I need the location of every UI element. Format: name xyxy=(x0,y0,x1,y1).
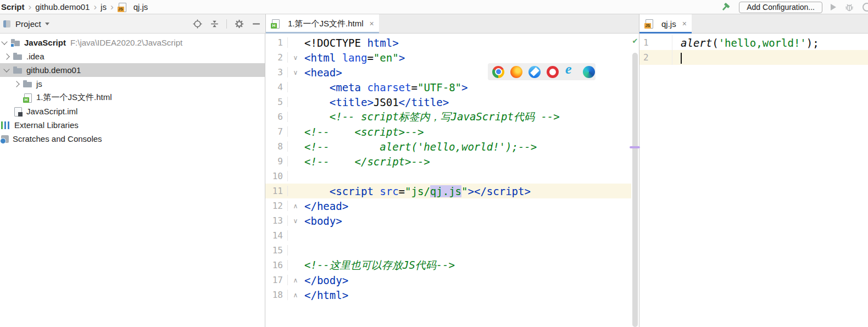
browser-preview-bar xyxy=(488,63,596,80)
opera-browser-icon[interactable] xyxy=(547,66,559,78)
fold-up-icon[interactable]: ∧ xyxy=(288,291,303,299)
editor-line-left-11: 11 <script src="js/qj.js"></script> xyxy=(265,184,631,198)
editor-right[interactable]: 1alert('hello,world!');2 xyxy=(639,34,868,327)
editor-left[interactable]: 1<!DOCTYPE html>2∨<html lang="en">3∨<hea… xyxy=(265,34,639,327)
editor-line-left-14: 14 xyxy=(265,228,631,243)
code-text[interactable] xyxy=(672,51,682,64)
tree-item-js-folder[interactable]: js xyxy=(0,77,265,91)
code-token: "UTF-8" xyxy=(418,81,461,93)
tree-item-idea-folder[interactable]: .idea xyxy=(0,49,265,63)
breadcrumb-item-script[interactable]: Script xyxy=(1,2,25,12)
line-number: 7 xyxy=(265,126,288,137)
code-text[interactable]: <!-- <script>--> xyxy=(303,126,424,138)
chevron-down-icon[interactable] xyxy=(3,66,9,72)
firefox-browser-icon[interactable] xyxy=(510,66,522,78)
line-number: 18 xyxy=(265,290,288,300)
tree-item-label: js xyxy=(36,79,42,88)
line-number: 2 xyxy=(265,52,288,63)
tree-item-html-file[interactable]: 1.第一个JS文件.html xyxy=(0,91,265,104)
fold-up-icon[interactable]: ∧ xyxy=(288,202,303,210)
tree-item-label: JavaScript.iml xyxy=(26,107,77,116)
ie-browser-icon[interactable] xyxy=(565,66,577,78)
code-text[interactable]: <!-- </script>--> xyxy=(303,156,430,168)
code-token: <html xyxy=(304,52,342,64)
code-text[interactable]: <body> xyxy=(303,215,342,227)
tab-qj-js[interactable]: qj.js xyxy=(639,14,692,33)
code-text[interactable]: <html lang="en"> xyxy=(303,52,405,64)
tree-item-github-demo01-folder[interactable]: github.demo01 xyxy=(0,63,265,77)
locate-file-icon[interactable] xyxy=(192,19,202,29)
main-area: JavaScriptF:\java\IDEA2020.2\JavaScript.… xyxy=(0,34,868,327)
coverage-icon[interactable] xyxy=(863,3,868,12)
project-root-badge xyxy=(10,43,14,47)
editor-line-left-6: 6 <!-- script标签内，写JavaScript代码 --> xyxy=(265,109,631,124)
scrollbar-thumb[interactable] xyxy=(632,53,638,327)
code-text[interactable]: <!DOCTYPE html> xyxy=(303,37,399,49)
breadcrumb-label: qj.js xyxy=(133,2,148,12)
code-text[interactable]: </html> xyxy=(303,289,348,301)
code-text[interactable]: <!--这里也可以存放JS代码--> xyxy=(303,258,455,273)
tab-html-file[interactable]: 1.第一个JS文件.html xyxy=(266,14,379,33)
inspection-ok-check-icon[interactable] xyxy=(631,37,639,45)
code-token: </head> xyxy=(304,200,348,212)
line-number: 15 xyxy=(265,245,288,256)
code-token xyxy=(304,185,330,197)
fold-up-icon[interactable]: ∧ xyxy=(288,276,303,284)
tree-item-javascript-iml[interactable]: JavaScript.iml xyxy=(0,104,265,118)
code-text[interactable]: <script src="js/qj.js"></script> xyxy=(303,185,531,197)
breadcrumb-item-qj-js[interactable]: qj.js xyxy=(118,2,148,12)
chevron-down-icon[interactable] xyxy=(45,23,49,25)
editor-line-left-13: 13∨<body> xyxy=(265,213,631,228)
project-panel-title: Project xyxy=(15,19,41,29)
project-tree-panel[interactable]: JavaScriptF:\java\IDEA2020.2\JavaScript.… xyxy=(0,34,265,327)
line-number: 11 xyxy=(265,186,288,196)
build-hammer-icon[interactable] xyxy=(721,2,731,12)
project-header-actions xyxy=(192,19,265,29)
code-token: src xyxy=(380,185,398,197)
tab-close-icon[interactable] xyxy=(682,19,687,28)
run-icon[interactable] xyxy=(831,4,836,10)
code-text[interactable]: <meta charset="UTF-8"> xyxy=(303,81,468,93)
code-text[interactable]: </head> xyxy=(303,200,348,212)
chrome-browser-icon[interactable] xyxy=(492,66,504,78)
debug-bug-icon[interactable] xyxy=(844,2,854,12)
tree-item-label: External Libraries xyxy=(14,120,79,130)
project-toolwindow-header[interactable]: Project xyxy=(0,14,265,34)
code-token: " xyxy=(461,185,468,197)
tree-item-external-libraries[interactable]: External Libraries xyxy=(0,118,265,132)
editor-scrollbar[interactable] xyxy=(631,34,639,327)
hide-panel-icon[interactable] xyxy=(251,19,261,29)
chevron-right-icon[interactable] xyxy=(13,81,19,87)
tree-item-javascript-root[interactable]: JavaScriptF:\java\IDEA2020.2\JavaScript xyxy=(0,36,265,49)
code-token: lang xyxy=(342,52,368,64)
code-token: qj.js xyxy=(430,185,461,197)
code-token: = xyxy=(367,52,373,64)
edge-browser-icon[interactable] xyxy=(583,66,595,78)
ide-window: { "colors": { "accent_blue": "#3E7BC8", … xyxy=(0,0,868,327)
tree-item-scratches-and-consoles[interactable]: Scratches and Consoles xyxy=(0,132,265,146)
editor-line-left-18: 18∧</html> xyxy=(265,287,631,302)
code-token: = xyxy=(411,81,417,93)
code-text[interactable]: </body> xyxy=(303,274,348,286)
code-text[interactable]: <!-- script标签内，写JavaScript代码 --> xyxy=(303,110,560,124)
code-token: <!-- alert('hello,world!');--> xyxy=(304,141,537,153)
fold-down-icon[interactable]: ∨ xyxy=(288,69,303,76)
code-text[interactable]: <head> xyxy=(303,66,342,79)
settings-gear-icon[interactable] xyxy=(234,19,244,29)
chevron-right-icon[interactable] xyxy=(3,53,9,59)
breadcrumb-item-js[interactable]: js xyxy=(101,2,107,12)
fold-down-icon[interactable]: ∨ xyxy=(288,54,303,62)
fold-down-icon[interactable]: ∨ xyxy=(288,217,303,225)
collapse-all-icon[interactable] xyxy=(209,19,219,29)
tab-title: 1.第一个JS文件.html xyxy=(288,19,364,29)
code-text[interactable]: <title>JS01</title> xyxy=(303,96,449,108)
add-configuration-button[interactable]: Add Configuration... xyxy=(739,2,822,13)
code-text[interactable]: alert('hello,world!'); xyxy=(672,37,819,49)
tab-close-icon[interactable] xyxy=(370,19,374,28)
safari-browser-icon[interactable] xyxy=(528,66,541,78)
chevron-down-icon[interactable] xyxy=(1,38,7,45)
tab-title: qj.js xyxy=(661,19,676,29)
code-token: <!-- </script>--> xyxy=(304,156,430,168)
code-text[interactable]: <!-- alert('hello,world!');--> xyxy=(303,141,537,153)
breadcrumb-item-github-demo01[interactable]: github.demo01 xyxy=(35,2,90,12)
